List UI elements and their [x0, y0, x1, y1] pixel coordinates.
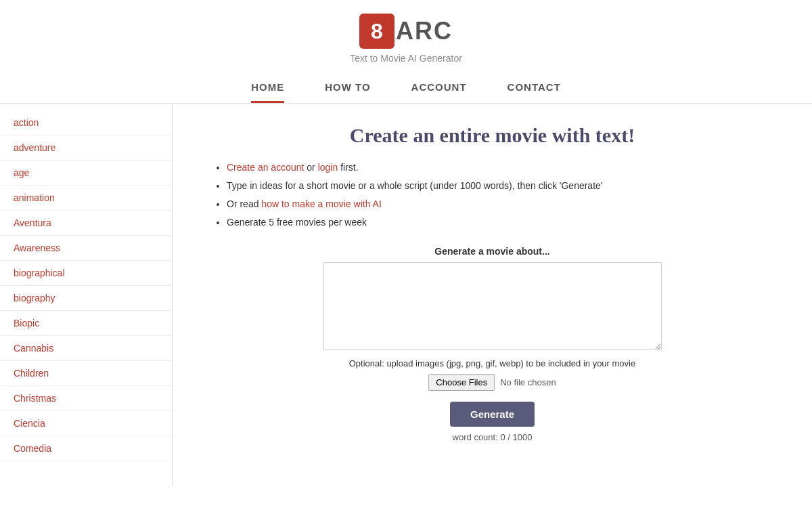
login-link[interactable]: login — [318, 162, 338, 173]
instruction-item-3: Or read how to make a movie with AI — [227, 197, 771, 211]
file-upload-row: Choose Files No file chosen — [213, 374, 771, 391]
instructions-list: Create an account or login first. Type i… — [213, 161, 771, 230]
generate-button[interactable]: Generate — [450, 402, 535, 427]
sidebar-item-action[interactable]: action — [0, 110, 172, 135]
instruction-item-4: Generate 5 free movies per week — [227, 215, 771, 230]
main-nav: HOME HOW TO ACCOUNT CONTACT — [0, 75, 812, 104]
or-text: or — [307, 162, 317, 173]
nav-home[interactable]: HOME — [251, 75, 284, 103]
sidebar-item-children[interactable]: Children — [0, 361, 172, 386]
sidebar-item-comedia[interactable]: Comedia — [0, 436, 172, 461]
nav-howto[interactable]: HOW TO — [325, 75, 370, 103]
no-file-text: No file chosen — [500, 377, 556, 387]
sidebar: action adventure age animation Aventura … — [0, 104, 173, 486]
nav-account[interactable]: ACCOUNT — [411, 75, 467, 103]
page-title: Create an entire movie with text! — [213, 124, 771, 147]
instruction-item-1: Create an account or login first. — [227, 161, 771, 175]
sidebar-item-christmas[interactable]: Christmas — [0, 386, 172, 411]
first-text: first. — [340, 162, 358, 173]
sidebar-item-animation[interactable]: animation — [0, 186, 172, 211]
sidebar-item-ciencia[interactable]: Ciencia — [0, 411, 172, 436]
create-account-link[interactable]: Create an account — [227, 162, 304, 173]
choose-files-button[interactable]: Choose Files — [428, 374, 495, 391]
sidebar-item-cannabis[interactable]: Cannabis — [0, 336, 172, 361]
textarea-container — [323, 262, 662, 350]
sidebar-item-biography[interactable]: biography — [0, 286, 172, 311]
header: 8 ARC Text to Movie AI Generator HOME HO… — [0, 0, 812, 104]
word-count: word count: 0 / 1000 — [213, 432, 771, 442]
sidebar-item-age[interactable]: age — [0, 161, 172, 186]
logo-number: 8 — [359, 14, 394, 49]
instruction-item-2: Type in ideas for a short movie or a who… — [227, 179, 771, 193]
sidebar-item-biopic[interactable]: Biopic — [0, 311, 172, 336]
nav-contact[interactable]: CONTACT — [508, 75, 561, 103]
sidebar-item-adventure[interactable]: adventure — [0, 135, 172, 161]
main-layout: action adventure age animation Aventura … — [0, 104, 812, 486]
logo-name: ARC — [396, 17, 453, 45]
sidebar-item-awareness[interactable]: Awareness — [0, 236, 172, 261]
content-area: Create an entire movie with text! Create… — [173, 104, 812, 486]
optional-text: Optional: upload images (jpg, png, gif, … — [213, 358, 771, 368]
tagline: Text to Movie AI Generator — [350, 53, 462, 64]
sidebar-item-aventura[interactable]: Aventura — [0, 211, 172, 236]
movie-textarea[interactable] — [323, 262, 662, 350]
generate-label: Generate a movie about... — [213, 246, 771, 257]
how-to-link[interactable]: how to make a movie with AI — [261, 198, 381, 209]
sidebar-item-biographical[interactable]: biographical — [0, 261, 172, 286]
logo-container: 8 ARC — [359, 14, 453, 49]
